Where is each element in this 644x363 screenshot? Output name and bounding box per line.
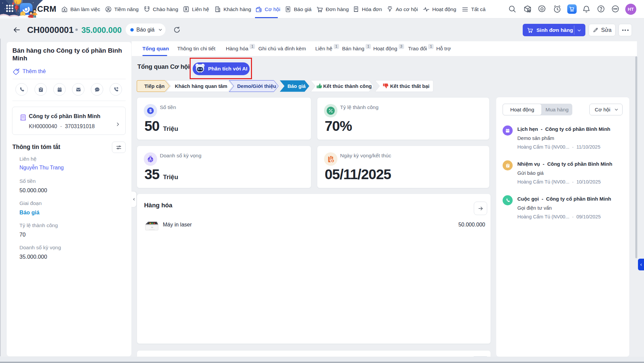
svg-text:Tiếp cận: Tiếp cận (144, 83, 165, 89)
svg-text:Khách hàng quan tâm: Khách hàng quan tâm (175, 83, 228, 89)
svg-text:Demo/Giới thiệu: Demo/Giới thiệu (237, 83, 276, 89)
svg-text:Kết thúc thành công: Kết thúc thành công (323, 83, 372, 89)
svg-text:Báo giá: Báo giá (287, 83, 306, 89)
svg-text:Kết thúc thất bại: Kết thúc thất bại (390, 83, 430, 89)
svg-text:$: $ (332, 159, 333, 162)
